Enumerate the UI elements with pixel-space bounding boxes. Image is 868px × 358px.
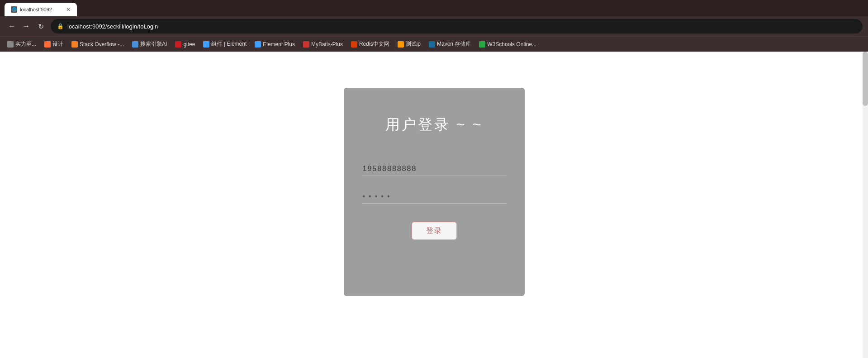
bookmark-icon-test [398,41,404,48]
password-input[interactable] [362,190,507,204]
bookmark-redis[interactable]: Redis中文网 [347,38,393,50]
bookmark-w3schools[interactable]: W3Schools Online... [475,39,540,49]
bookmark-elementplus[interactable]: Element Plus [251,39,299,49]
login-button[interactable]: 登录 [412,222,457,240]
bookmark-sheji[interactable]: 设计 [41,38,67,50]
bookmark-label-gitee: gitee [183,41,195,48]
bookmark-label-redis: Redis中文网 [359,40,389,48]
bookmark-icon-redis [351,41,357,48]
address-text: localhost:9092/seckill/login/toLogin [67,23,158,30]
bookmark-icon-element [203,41,209,48]
tab-favicon: 🌐 [11,6,17,13]
bookmark-icon-w3schools [479,41,485,48]
tab-bar: 🌐 localhost:9092 ✕ [0,0,868,16]
bookmark-element[interactable]: 组件 | Element [199,38,250,50]
bookmark-label-sheji: 设计 [52,40,63,48]
bookmark-label-stackoverflow: Stack Overflow -... [80,41,124,48]
bookmark-maven[interactable]: Maven 存储库 [425,38,474,50]
scrollbar-thumb[interactable] [863,52,868,106]
bookmark-icon-stackoverflow [71,41,78,48]
forward-button[interactable]: → [20,20,33,33]
bookmark-icon-gitee [175,41,181,48]
browser-chrome: 🌐 localhost:9092 ✕ ← → ↻ 🔒 localhost:909… [0,0,868,52]
bookmark-test[interactable]: 测试ip [394,38,424,50]
phone-input[interactable] [362,162,507,176]
reload-button[interactable]: ↻ [34,20,47,33]
bookmark-mybatis[interactable]: MyBatis-Plus [299,39,346,49]
lock-icon: 🔒 [57,23,64,29]
bookmark-label-search: 搜索引擎AI [140,40,167,48]
tab-close-button[interactable]: ✕ [66,6,71,13]
login-title: 用户登录 ~ ~ [385,115,483,135]
bookmark-label-w3schools: W3Schools Online... [487,41,536,48]
bookmark-label-maven: Maven 存储库 [437,40,471,48]
tab-title: localhost:9092 [20,7,52,12]
bookmark-stackoverflow[interactable]: Stack Overflow -... [68,39,128,49]
bookmark-label-mybatis: MyBatis-Plus [311,41,343,48]
bookmark-label-test: 测试ip [406,40,421,48]
bookmark-icon-elementplus [255,41,261,48]
bookmark-gitee[interactable]: gitee [171,39,199,49]
bookmark-label-shili: 实力至... [15,40,36,48]
page-content: 用户登录 ~ ~ 登录 [0,52,868,358]
active-tab[interactable]: 🌐 localhost:9092 ✕ [5,3,77,16]
bookmark-label-elementplus: Element Plus [263,41,295,48]
address-input-wrapper[interactable]: 🔒 localhost:9092/seckill/login/toLogin [51,19,863,33]
login-form [362,162,507,204]
bookmark-search[interactable]: 搜索引擎AI [128,38,171,50]
bookmarks-bar: 实力至... 设计 Stack Overflow -... 搜索引擎AI git… [0,36,868,52]
bookmark-icon-search [132,41,138,48]
back-button[interactable]: ← [5,20,18,33]
login-card: 用户登录 ~ ~ 登录 [344,88,525,296]
address-bar: ← → ↻ 🔒 localhost:9092/seckill/login/toL… [0,16,868,36]
nav-buttons: ← → ↻ [5,20,47,33]
bookmark-icon-mybatis [303,41,309,48]
bookmark-icon-sheji [44,41,51,48]
bookmark-icon-maven [429,41,435,48]
bookmark-label-element: 组件 | Element [211,40,247,48]
bookmark-shili[interactable]: 实力至... [4,38,40,50]
bookmark-icon-shili [7,41,14,48]
